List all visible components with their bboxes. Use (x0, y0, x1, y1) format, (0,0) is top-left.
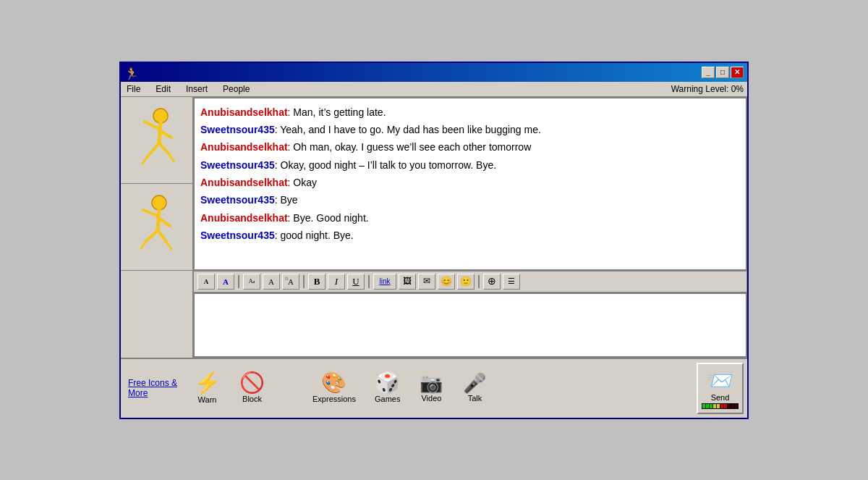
svg-point-0 (153, 109, 168, 123)
menu-edit[interactable]: Edit (153, 83, 173, 95)
msg-text-4: : Okay, good night – I’ll talk to you to… (275, 159, 496, 171)
warning-level: Warning Level: 0% (671, 84, 744, 94)
buddy-icons-panel (121, 97, 193, 358)
message-8: Sweetnsour435: good night. Bye. (200, 227, 740, 243)
toolbar-sep-2 (303, 275, 305, 288)
menu-items: File Edit Insert People (124, 83, 252, 95)
svg-line-9 (158, 210, 159, 230)
svg-line-1 (159, 123, 161, 143)
games-button[interactable]: 🎲 Games (369, 371, 406, 405)
sender-name-3: Anubisandselkhat (200, 141, 288, 153)
talk-icon: 🎤 (463, 374, 486, 392)
svg-line-4 (148, 143, 159, 156)
smiley1-btn[interactable]: 😊 (438, 274, 455, 290)
svg-point-8 (152, 195, 166, 210)
video-icon: 📷 (420, 374, 443, 392)
expressions-button[interactable]: 🎨 Expressions (307, 371, 362, 405)
talk-label: Talk (468, 394, 482, 403)
msg-text-5: : Okay (288, 177, 317, 188)
bold-btn[interactable]: B (308, 274, 326, 290)
font-size-a1-btn[interactable]: Aa (243, 274, 260, 290)
menu-people[interactable]: People (221, 83, 252, 95)
svg-line-6 (142, 156, 148, 164)
toolbar-sep-4 (478, 275, 480, 288)
menu-bar: File Edit Insert People Warning Level: 0… (121, 82, 747, 97)
warn-button[interactable]: ⚡ Warn (188, 370, 226, 406)
progress-seg-6 (720, 404, 723, 408)
font-size-a3-btn[interactable]: ☆A (282, 274, 299, 290)
svg-line-7 (169, 154, 174, 161)
sender-name-2: Sweetnsour435 (200, 124, 275, 135)
sender-name-4: Sweetnsour435 (200, 159, 275, 171)
message-7: Anubisandselkhat: Bye. Good night. (200, 210, 740, 226)
email-btn[interactable]: ✉ (418, 274, 435, 290)
toolbar-sep-1 (238, 275, 239, 288)
msg-text-1: : Man, it’s getting late. (288, 106, 386, 118)
title-bar: 🏃 _ □ ✕ (121, 63, 747, 82)
msg-text-6: : Bye (275, 194, 298, 206)
sender-name-6: Sweetnsour435 (200, 194, 275, 206)
font-size-a2-btn[interactable]: A (263, 274, 280, 290)
msg-text-7: : Bye. Good night. (288, 212, 369, 224)
aim-running-man-bottom (132, 194, 182, 259)
send-button[interactable]: 📨 Send (697, 363, 744, 414)
send-progress-bar (702, 403, 739, 409)
bottom-bar: Free Icons &More ⚡ Warn 🚫 Block 🎨 Expres… (121, 358, 747, 418)
font-smaller-btn[interactable]: A (197, 274, 215, 290)
video-button[interactable]: 📷 Video (413, 371, 449, 405)
minimize-button[interactable]: _ (702, 67, 715, 78)
title-bar-left: 🏃 (124, 67, 136, 78)
progress-seg-8 (728, 404, 731, 408)
maximize-button[interactable]: □ (716, 67, 729, 78)
message-3: Anubisandselkhat: Oh man, okay. I guess … (200, 139, 740, 155)
buddy-icon-bottom (121, 184, 193, 271)
aim-icon: 🏃 (124, 67, 136, 78)
progress-seg-5 (717, 404, 720, 408)
close-button[interactable]: ✕ (731, 67, 744, 78)
list-btn[interactable]: ☰ (503, 274, 520, 290)
free-icons-link[interactable]: Free Icons &More (124, 378, 181, 398)
progress-seg-3 (710, 404, 712, 408)
svg-line-13 (146, 230, 158, 241)
send-label: Send (711, 393, 730, 402)
message-6: Sweetnsour435: Bye (200, 192, 740, 208)
message-4: Sweetnsour435: Okay, good night – I’ll t… (200, 157, 740, 173)
buddy-icon-top (121, 97, 193, 184)
italic-btn[interactable]: I (328, 274, 345, 290)
menu-file[interactable]: File (124, 83, 142, 95)
image-btn[interactable]: 🖼 (399, 274, 416, 290)
aim-running-man-top (132, 107, 182, 172)
sender-name-8: Sweetnsour435 (200, 230, 275, 241)
add-btn[interactable]: ⊕ (483, 274, 501, 290)
progress-seg-2 (706, 404, 709, 408)
toolbar-sep-3 (368, 275, 370, 288)
msg-text-2: : Yeah, and I have to go. My dad has bee… (275, 124, 541, 135)
warn-icon: ⚡ (194, 372, 221, 394)
block-label: Block (242, 395, 262, 403)
expressions-icon: 🎨 (321, 373, 346, 393)
sender-name-5: Anubisandselkhat (200, 177, 288, 188)
chat-area: Anubisandselkhat: Man, it’s getting late… (193, 97, 747, 358)
warn-label: Warn (198, 395, 217, 404)
font-color-btn[interactable]: A (217, 274, 234, 290)
games-icon: 🎲 (375, 373, 400, 393)
menu-insert[interactable]: Insert (184, 83, 210, 95)
main-content: Anubisandselkhat: Man, it’s getting late… (121, 97, 747, 358)
svg-line-14 (166, 242, 171, 249)
message-input[interactable] (193, 292, 747, 358)
smiley2-btn[interactable]: 🙂 (457, 274, 475, 290)
send-icon: 📨 (707, 368, 733, 393)
msg-text-3: : Oh man, okay. I guess we’ll see each o… (288, 141, 532, 153)
title-buttons: _ □ ✕ (702, 67, 744, 78)
progress-seg-4 (713, 404, 716, 408)
block-icon: 🚫 (239, 373, 265, 393)
message-1: Anubisandselkhat: Man, it’s getting late… (200, 104, 740, 120)
progress-seg-10 (735, 404, 738, 408)
sender-name-7: Anubisandselkhat (200, 212, 288, 224)
talk-button[interactable]: 🎤 Talk (456, 371, 493, 405)
link-btn[interactable]: link (373, 274, 396, 290)
message-5: Anubisandselkhat: Okay (200, 174, 740, 190)
underline-btn[interactable]: U (347, 274, 365, 290)
progress-seg-9 (731, 404, 734, 408)
block-button[interactable]: 🚫 Block (234, 371, 271, 405)
